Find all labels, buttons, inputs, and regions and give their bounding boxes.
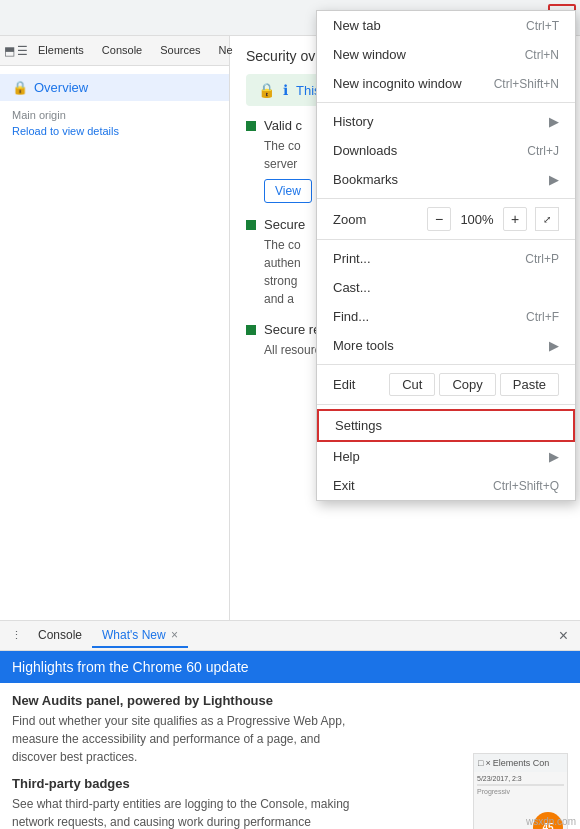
zoom-controls: − 100% + ⤢	[427, 207, 559, 231]
devtools-icon-2[interactable]: ☰	[17, 39, 28, 63]
new-incognito-shortcut: Ctrl+Shift+N	[494, 77, 559, 91]
more-tools-label: More tools	[333, 338, 541, 353]
menu-item-new-tab[interactable]: New tab Ctrl+T	[317, 11, 575, 40]
menu-item-new-incognito[interactable]: New incognito window Ctrl+Shift+N	[317, 69, 575, 98]
downloads-label: Downloads	[333, 143, 511, 158]
settings-label: Settings	[335, 418, 557, 433]
context-menu: New tab Ctrl+T New window Ctrl+N New inc…	[316, 10, 576, 501]
menu-item-more-tools[interactable]: More tools ▶	[317, 331, 575, 360]
tab-sources[interactable]: Sources	[152, 40, 208, 62]
zoom-label: Zoom	[333, 212, 419, 227]
green-square-icon-2	[246, 220, 256, 230]
menu-item-downloads[interactable]: Downloads Ctrl+J	[317, 136, 575, 165]
cast-label: Cast...	[333, 280, 559, 295]
preview-content: 5/23/2017, 2:3 Progressiv	[474, 772, 567, 798]
bottom-panel: ⋮ Console What's New × × Highlights from…	[0, 620, 580, 829]
exit-shortcut: Ctrl+Shift+Q	[493, 479, 559, 493]
devtools-tab-bar: ⬒ ☰ Elements Console Sources Ne	[0, 36, 229, 66]
paste-button[interactable]: Paste	[500, 373, 559, 396]
tab-elements[interactable]: Elements	[30, 40, 92, 62]
edit-row: Edit Cut Copy Paste	[317, 369, 575, 400]
new-window-shortcut: Ctrl+N	[525, 48, 559, 62]
reload-link[interactable]: Reload to view details	[12, 125, 217, 137]
menu-item-cast[interactable]: Cast...	[317, 273, 575, 302]
bookmarks-arrow: ▶	[549, 172, 559, 187]
preview-icon-2: ×	[485, 758, 490, 768]
bottom-panel-body: New Audits panel, powered by Lighthouse …	[0, 683, 580, 829]
preview-url: Elements Con	[493, 758, 550, 768]
help-arrow: ▶	[549, 449, 559, 464]
menu-item-new-window[interactable]: New window Ctrl+N	[317, 40, 575, 69]
tab-console[interactable]: Console	[94, 40, 150, 62]
bookmarks-label: Bookmarks	[333, 172, 541, 187]
preview-divider	[477, 784, 564, 786]
tab-whats-new[interactable]: What's New ×	[92, 624, 188, 648]
bottom-panel-icon[interactable]: ⋮	[4, 624, 28, 648]
find-label: Find...	[333, 309, 510, 324]
history-label: History	[333, 114, 541, 129]
secure-conn-title: Secure	[264, 217, 305, 232]
status-lock-icon: 🔒	[258, 82, 275, 98]
zoom-fullscreen-button[interactable]: ⤢	[535, 207, 559, 231]
zoom-minus-button[interactable]: −	[427, 207, 451, 231]
devtools-left-panel: ⬒ ☰ Elements Console Sources Ne 🔒 Overvi…	[0, 36, 230, 620]
separator-3	[317, 239, 575, 240]
separator-1	[317, 102, 575, 103]
devtools-sidebar: 🔒 Overview Main origin Reload to view de…	[0, 66, 229, 153]
menu-item-exit[interactable]: Exit Ctrl+Shift+Q	[317, 471, 575, 500]
preview-icon-1: □	[478, 758, 483, 768]
print-shortcut: Ctrl+P	[525, 252, 559, 266]
bottom-panel-header: Highlights from the Chrome 60 update	[0, 651, 580, 683]
separator-2	[317, 198, 575, 199]
print-label: Print...	[333, 251, 509, 266]
devtools-icon-1[interactable]: ⬒	[4, 39, 15, 63]
preview-label: Progressiv	[477, 788, 564, 795]
menu-item-bookmarks[interactable]: Bookmarks ▶	[317, 165, 575, 194]
sidebar-overview-label: Overview	[34, 80, 88, 95]
tab-console-bottom[interactable]: Console	[28, 624, 92, 648]
zoom-value: 100%	[459, 212, 495, 227]
new-tab-label: New tab	[333, 18, 510, 33]
view-cert-button[interactable]: View	[264, 179, 312, 203]
separator-5	[317, 404, 575, 405]
separator-4	[317, 364, 575, 365]
new-tab-shortcut: Ctrl+T	[526, 19, 559, 33]
green-square-icon	[246, 121, 256, 131]
zoom-row: Zoom − 100% + ⤢	[317, 203, 575, 235]
main-origin-label: Main origin	[12, 109, 217, 121]
cut-button[interactable]: Cut	[389, 373, 435, 396]
valid-cert-title: Valid c	[264, 118, 302, 133]
menu-item-find[interactable]: Find... Ctrl+F	[317, 302, 575, 331]
menu-item-help[interactable]: Help ▶	[317, 442, 575, 471]
edit-label: Edit	[333, 377, 389, 392]
close-bottom-panel-button[interactable]: ×	[551, 627, 576, 645]
edit-buttons: Cut Copy Paste	[389, 373, 559, 396]
menu-item-settings[interactable]: Settings	[317, 409, 575, 442]
exit-label: Exit	[333, 478, 477, 493]
sidebar-item-overview[interactable]: 🔒 Overview	[0, 74, 229, 101]
find-shortcut: Ctrl+F	[526, 310, 559, 324]
new-incognito-label: New incognito window	[333, 76, 478, 91]
lock-icon: 🔒	[12, 80, 28, 95]
preview-date: 5/23/2017, 2:3	[477, 775, 564, 782]
help-label: Help	[333, 449, 541, 464]
preview-toolbar: □ × Elements Con	[474, 754, 567, 772]
status-info-icon: ℹ	[283, 82, 288, 98]
menu-item-print[interactable]: Print... Ctrl+P	[317, 244, 575, 273]
browser-area: ☆ ⋮ ⬒ ☰ Elements Console Sources Ne 🔒 Ov…	[0, 0, 580, 620]
sidebar-origin-section: Main origin Reload to view details	[0, 101, 229, 145]
menu-item-history[interactable]: History ▶	[317, 107, 575, 136]
new-window-label: New window	[333, 47, 509, 62]
more-tools-arrow: ▶	[549, 338, 559, 353]
whats-new-close[interactable]: ×	[171, 628, 178, 642]
news-item-1-title: New Audits panel, powered by Lighthouse	[12, 693, 568, 708]
zoom-plus-button[interactable]: +	[503, 207, 527, 231]
copy-button[interactable]: Copy	[439, 373, 495, 396]
green-square-icon-3	[246, 325, 256, 335]
footer-domain: wsxdn.com	[526, 816, 576, 827]
bottom-tab-bar: ⋮ Console What's New × ×	[0, 621, 580, 651]
bottom-header-text: Highlights from the Chrome 60 update	[12, 659, 249, 675]
history-arrow: ▶	[549, 114, 559, 129]
downloads-shortcut: Ctrl+J	[527, 144, 559, 158]
